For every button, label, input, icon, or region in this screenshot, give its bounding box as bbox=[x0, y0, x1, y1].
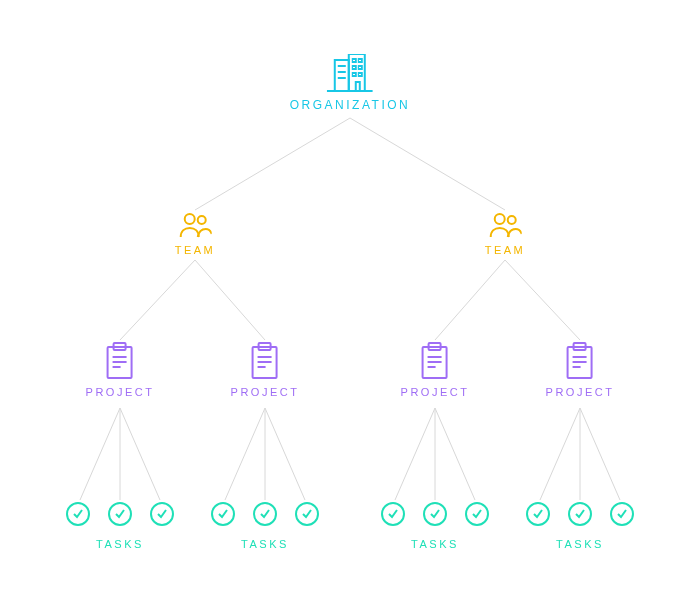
org-node: ORGANIZATION bbox=[290, 54, 410, 112]
check-circle-icon bbox=[381, 502, 405, 526]
svg-rect-19 bbox=[335, 60, 349, 91]
svg-point-31 bbox=[185, 214, 195, 224]
project-node-1: PROJECT bbox=[86, 342, 155, 398]
check-circle-icon bbox=[295, 502, 319, 526]
svg-rect-27 bbox=[359, 66, 362, 69]
org-label: ORGANIZATION bbox=[290, 98, 410, 112]
tasks-node-3: TASKS bbox=[381, 502, 489, 550]
svg-rect-28 bbox=[353, 73, 356, 76]
project-node-2: PROJECT bbox=[231, 342, 300, 398]
check-circle-icon bbox=[211, 502, 235, 526]
check-circle-icon bbox=[150, 502, 174, 526]
project-label: PROJECT bbox=[231, 386, 300, 398]
svg-point-33 bbox=[495, 214, 505, 224]
svg-rect-25 bbox=[359, 59, 362, 62]
team-node-1: TEAM bbox=[175, 212, 216, 256]
tasks-label: TASKS bbox=[66, 538, 174, 550]
svg-line-15 bbox=[540, 408, 580, 500]
check-circle-icon bbox=[253, 502, 277, 526]
task-tick-row bbox=[211, 502, 319, 526]
project-label: PROJECT bbox=[546, 386, 615, 398]
team-node-2: TEAM bbox=[485, 212, 526, 256]
task-tick-row bbox=[66, 502, 174, 526]
project-label: PROJECT bbox=[86, 386, 155, 398]
clipboard-icon bbox=[105, 342, 135, 380]
clipboard-icon bbox=[250, 342, 280, 380]
svg-rect-26 bbox=[353, 66, 356, 69]
svg-rect-30 bbox=[356, 82, 360, 91]
clipboard-icon bbox=[420, 342, 450, 380]
tasks-node-4: TASKS bbox=[526, 502, 634, 550]
tasks-node-2: TASKS bbox=[211, 502, 319, 550]
svg-point-34 bbox=[508, 216, 516, 224]
team-label: TEAM bbox=[175, 244, 216, 256]
people-icon bbox=[178, 212, 212, 238]
svg-line-9 bbox=[225, 408, 265, 500]
svg-line-4 bbox=[435, 260, 505, 340]
check-circle-icon bbox=[568, 502, 592, 526]
svg-line-5 bbox=[505, 260, 580, 340]
svg-line-2 bbox=[120, 260, 195, 340]
project-node-4: PROJECT bbox=[546, 342, 615, 398]
svg-line-12 bbox=[395, 408, 435, 500]
tasks-node-1: TASKS bbox=[66, 502, 174, 550]
team-label: TEAM bbox=[485, 244, 526, 256]
check-circle-icon bbox=[465, 502, 489, 526]
svg-point-32 bbox=[198, 216, 206, 224]
svg-line-17 bbox=[580, 408, 620, 500]
people-icon bbox=[488, 212, 522, 238]
building-icon bbox=[327, 54, 373, 92]
tasks-label: TASKS bbox=[211, 538, 319, 550]
check-circle-icon bbox=[423, 502, 447, 526]
project-label: PROJECT bbox=[401, 386, 470, 398]
project-node-3: PROJECT bbox=[401, 342, 470, 398]
check-circle-icon bbox=[66, 502, 90, 526]
tasks-label: TASKS bbox=[526, 538, 634, 550]
check-circle-icon bbox=[526, 502, 550, 526]
svg-rect-24 bbox=[353, 59, 356, 62]
task-tick-row bbox=[381, 502, 489, 526]
check-circle-icon bbox=[108, 502, 132, 526]
diagram-stage: ORGANIZATION TEAM TEAM bbox=[0, 0, 700, 603]
svg-line-14 bbox=[435, 408, 475, 500]
tasks-label: TASKS bbox=[381, 538, 489, 550]
svg-line-1 bbox=[350, 118, 505, 210]
svg-line-3 bbox=[195, 260, 265, 340]
svg-line-0 bbox=[195, 118, 350, 210]
svg-line-6 bbox=[80, 408, 120, 500]
clipboard-icon bbox=[565, 342, 595, 380]
svg-rect-29 bbox=[359, 73, 362, 76]
svg-line-8 bbox=[120, 408, 160, 500]
svg-line-11 bbox=[265, 408, 305, 500]
task-tick-row bbox=[526, 502, 634, 526]
check-circle-icon bbox=[610, 502, 634, 526]
